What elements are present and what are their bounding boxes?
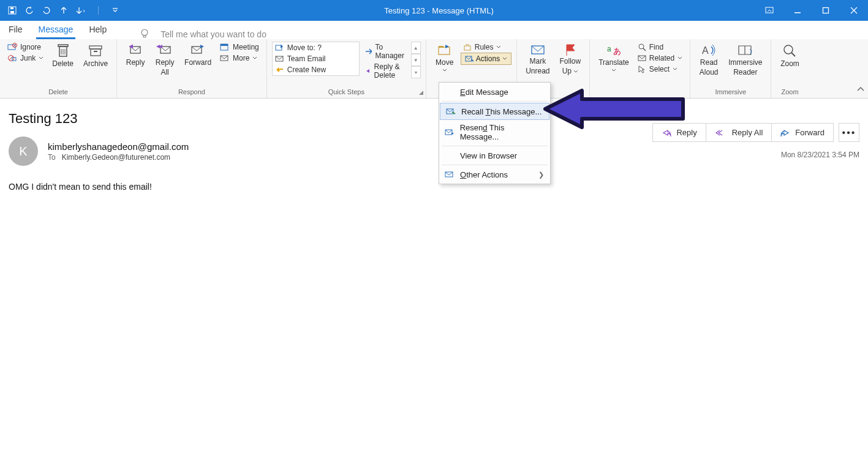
tab-help[interactable]: Help [86, 21, 109, 39]
svg-text:A: A [702, 45, 709, 56]
translate-button[interactable]: aあ Translate [595, 42, 633, 73]
quicksteps-list: Move to: ? Team Email Create New [272, 42, 360, 76]
message-pane: Testing 123 K kimberlyshanagedeon@gmail.… [0, 99, 868, 192]
quickstep-teamemail[interactable]: Team Email [273, 53, 360, 64]
ignore-button[interactable]: Ignore [5, 42, 43, 53]
svg-text:あ: あ [613, 47, 621, 56]
menu-edit-message[interactable]: Edit Message [439, 84, 550, 100]
quickstep-moveto[interactable]: Move to: ? [273, 42, 360, 53]
more-actions-button[interactable]: ••• [839, 123, 859, 142]
qs-expand-icon[interactable]: ▾ [411, 66, 421, 78]
annotation-arrow [539, 86, 692, 133]
qs-scroll-down-icon[interactable]: ▼ [411, 54, 421, 66]
svg-rect-30 [532, 46, 544, 54]
group-zoom: Zoom Zoom [771, 39, 808, 98]
more-respond-label: More [233, 54, 249, 62]
menu-edit-message-rest: dit Message [466, 88, 508, 97]
follow-up-button[interactable]: Follow Up [556, 42, 585, 77]
undo-icon[interactable] [22, 3, 37, 18]
zoom-button[interactable]: Zoom [776, 42, 803, 70]
to-line: To Kimberly.Gedeon@futurenet.com [48, 153, 189, 162]
tab-message[interactable]: Message [36, 21, 76, 39]
forward-action-button[interactable]: Forward [771, 123, 834, 142]
lightbulb-icon[interactable] [140, 28, 149, 39]
avatar[interactable]: K [9, 136, 38, 166]
previous-item-icon[interactable] [56, 3, 71, 18]
junk-button[interactable]: Junk [5, 53, 46, 64]
menu-tabs: File Message Help Tell me what you want … [0, 21, 868, 39]
group-respond-label: Respond [122, 87, 262, 98]
minimize-icon[interactable] [783, 0, 812, 21]
svg-text:a: a [607, 45, 611, 53]
tab-file[interactable]: File [6, 21, 25, 39]
meeting-button[interactable]: Meeting [217, 42, 262, 53]
svg-rect-2 [10, 7, 13, 9]
svg-rect-15 [89, 46, 102, 49]
group-immersive-label: Immersive [695, 87, 766, 98]
group-respond: Reply Reply All Forward Meeting More [117, 39, 267, 98]
reply-label: Reply [126, 59, 145, 67]
quicksteps-launcher-icon[interactable]: ◢ [419, 89, 423, 95]
reply-all-label-2: All [160, 69, 168, 77]
redo-icon[interactable] [39, 3, 54, 18]
close-icon[interactable] [840, 0, 868, 21]
quickstep-replydelete[interactable]: Reply & Delete [362, 61, 408, 81]
ribbon: Ignore Junk Delete Archive Delete [0, 39, 868, 99]
from-address: kimberlyshanagedeon@gmail.com [48, 141, 189, 152]
svg-rect-6 [823, 8, 829, 13]
svg-point-33 [639, 44, 644, 49]
ribbon-display-icon[interactable] [755, 0, 783, 21]
svg-rect-8 [143, 35, 146, 37]
select-button[interactable]: Select [635, 64, 680, 75]
reply-button[interactable]: Reply [122, 42, 149, 69]
tell-me-search[interactable]: Tell me what you want to do [160, 29, 266, 39]
qat-customize-icon[interactable] [108, 3, 123, 18]
svg-rect-5 [794, 12, 801, 13]
move-label: Move [436, 59, 453, 67]
quickstep-tomanager[interactable]: To Manager [362, 42, 408, 61]
resend-icon [444, 127, 455, 137]
immersive-reader-button[interactable]: Immersive Reader [725, 42, 766, 78]
submenu-arrow-icon: ❯ [538, 171, 544, 179]
delete-button[interactable]: Delete [48, 42, 77, 70]
delete-label: Delete [52, 60, 74, 69]
forward-label: Forward [184, 59, 211, 67]
save-icon[interactable] [5, 3, 20, 18]
actions-label: Actions [476, 54, 500, 63]
forward-button[interactable]: Forward [181, 42, 215, 69]
menu-separator [442, 101, 548, 102]
reply-all-button[interactable]: Reply All [151, 42, 178, 78]
svg-rect-1 [10, 11, 14, 13]
group-immersive: A Read Aloud Immersive Reader Immersive [690, 39, 771, 98]
move-button[interactable]: Move [431, 42, 458, 73]
menu-view-in-browser[interactable]: View in Browser [439, 148, 550, 163]
to-address: Kimberly.Gedeon@futurenet.com [62, 153, 170, 162]
mark-unread-button[interactable]: Mark Unread [522, 42, 553, 77]
reply-all-action-button[interactable]: Reply All [706, 123, 772, 142]
read-aloud-button[interactable]: A Read Aloud [695, 42, 722, 78]
next-item-icon[interactable] [74, 3, 88, 18]
qs-scroll-up-icon[interactable]: ▲ [411, 42, 421, 54]
maximize-icon[interactable] [812, 0, 840, 21]
rules-button[interactable]: Rules [461, 42, 504, 53]
quickstep-createnew[interactable]: Create New [273, 64, 360, 75]
quicksteps-scroll[interactable]: ▲ ▼ ▾ [411, 42, 421, 78]
menu-other-actions[interactable]: Other Actions ❯ [439, 166, 550, 182]
group-delete-label: Delete [5, 87, 111, 98]
recall-icon [445, 106, 456, 116]
svg-rect-3 [113, 8, 118, 9]
related-button[interactable]: Related [635, 53, 685, 64]
more-respond-button[interactable]: More [217, 53, 260, 64]
titlebar: Testing 123 - Message (HTML) [0, 0, 868, 21]
meeting-label: Meeting [233, 43, 259, 51]
archive-button[interactable]: Archive [80, 42, 111, 70]
menu-resend-message[interactable]: Resend This Message... [439, 120, 550, 144]
svg-point-36 [784, 45, 793, 54]
group-zoom-label: Zoom [776, 87, 803, 98]
svg-rect-17 [94, 51, 97, 52]
collapse-ribbon-icon[interactable] [857, 86, 864, 94]
qat-separator [91, 3, 105, 18]
actions-button[interactable]: Actions [461, 53, 511, 65]
find-button[interactable]: Find [635, 42, 666, 53]
menu-recall-message[interactable]: Recall This Message... [440, 103, 549, 120]
